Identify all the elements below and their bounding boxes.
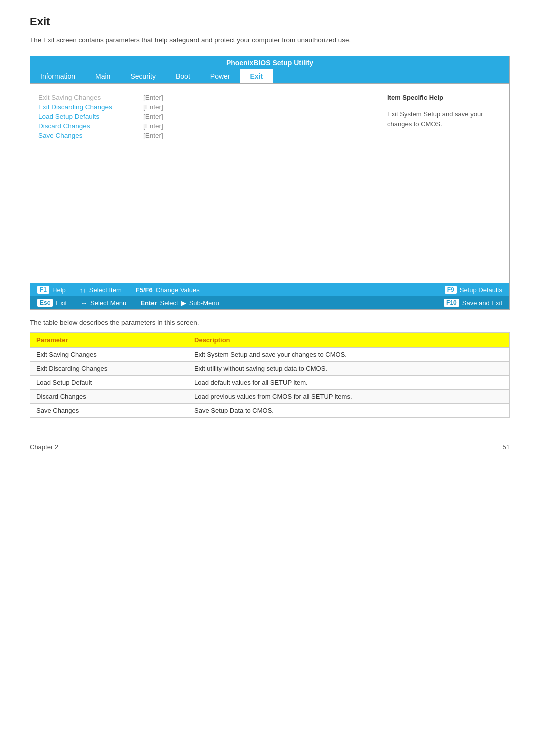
table-row: Save ChangesSave Setup Data to CMOS. xyxy=(30,404,510,418)
table-row: Exit Discarding ChangesExit utility with… xyxy=(30,362,510,376)
menu-label-load-defaults: Load Setup Defaults xyxy=(38,113,138,120)
nav-exit[interactable]: Exit xyxy=(240,70,273,84)
intro-text: The Exit screen contains parameters that… xyxy=(30,36,510,44)
label-setup-defaults: Setup Defaults xyxy=(460,286,502,294)
col-header-description: Description xyxy=(188,333,510,348)
bios-body: Exit Saving Changes [Enter] Exit Discard… xyxy=(30,84,510,284)
footer-page: 51 xyxy=(503,444,510,451)
bios-title-bar: PhoenixBIOS Setup Utility xyxy=(30,56,510,70)
menu-load-defaults[interactable]: Load Setup Defaults [Enter] xyxy=(38,113,371,120)
nav-boot[interactable]: Boot xyxy=(166,70,200,84)
menu-value-discard-changes: [Enter] xyxy=(144,122,164,130)
param-description: Exit utility without saving setup data t… xyxy=(188,362,510,376)
table-row: Discard ChangesLoad previous values from… xyxy=(30,390,510,404)
menu-value-exit-discarding: [Enter] xyxy=(144,104,164,111)
menu-value-load-defaults: [Enter] xyxy=(144,113,164,120)
menu-label-discard-changes: Discard Changes xyxy=(38,122,138,130)
help-text: Exit System Setup and save your changes … xyxy=(388,110,502,129)
menu-label-exit-saving: Exit Saving Changes xyxy=(38,94,138,102)
status-enter-select: Enter Select ▶ Sub-Menu xyxy=(134,296,226,310)
menu-label-save-changes: Save Changes xyxy=(38,132,138,140)
statusbar-row1: F1 Help ↑↓ Select Item F5/F6 Change Valu… xyxy=(30,284,510,296)
param-name: Load Setup Default xyxy=(30,376,188,390)
bios-setup-box: PhoenixBIOS Setup Utility Information Ma… xyxy=(30,56,510,310)
param-name: Save Changes xyxy=(30,404,188,418)
status-setup-defaults: F9 Setup Defaults xyxy=(438,284,510,296)
key-updown: ↑↓ xyxy=(80,286,86,294)
nav-power[interactable]: Power xyxy=(200,70,240,84)
statusbar-row2: Esc Exit ↔ Select Menu Enter Select ▶ Su… xyxy=(30,296,510,310)
param-name: Exit Discarding Changes xyxy=(30,362,188,376)
label-save-exit: Save and Exit xyxy=(462,300,502,307)
status-esc-exit: Esc Exit xyxy=(30,296,74,310)
label-sub-menu: Sub-Menu xyxy=(190,300,220,307)
bios-nav: Information Main Security Boot Power Exi… xyxy=(30,70,510,84)
bios-help-panel: Item Specific Help Exit System Setup and… xyxy=(380,84,510,284)
nav-information[interactable]: Information xyxy=(30,70,86,84)
menu-value-save-changes: [Enter] xyxy=(144,132,164,140)
page-title: Exit xyxy=(30,16,510,28)
label-help: Help xyxy=(52,286,66,294)
nav-security[interactable]: Security xyxy=(120,70,166,84)
key-lr: ↔ xyxy=(81,300,88,307)
key-esc: Esc xyxy=(38,299,53,307)
label-select: Select xyxy=(160,300,178,307)
footer-chapter: Chapter 2 xyxy=(30,444,58,451)
menu-label-exit-discarding: Exit Discarding Changes xyxy=(38,104,138,111)
table-intro: The table below describes the parameters… xyxy=(30,319,510,326)
param-description: Save Setup Data to CMOS. xyxy=(188,404,510,418)
status-select-menu: ↔ Select Menu xyxy=(74,296,134,310)
label-exit: Exit xyxy=(56,300,67,307)
help-title: Item Specific Help xyxy=(388,94,502,102)
status-change-values: F5/F6 Change Values xyxy=(129,284,207,296)
bios-menu-panel: Exit Saving Changes [Enter] Exit Discard… xyxy=(30,84,380,284)
key-f1: F1 xyxy=(38,286,50,294)
params-table: Parameter Description Exit Saving Change… xyxy=(30,332,510,418)
label-select-item: Select Item xyxy=(90,286,122,294)
param-description: Load previous values from CMOS for all S… xyxy=(188,390,510,404)
table-row: Load Setup DefaultLoad default values fo… xyxy=(30,376,510,390)
key-f10: F10 xyxy=(444,299,460,307)
nav-main[interactable]: Main xyxy=(86,70,120,84)
key-enter: Enter xyxy=(140,300,157,307)
status-f1-help: F1 Help xyxy=(30,284,73,296)
menu-discard-changes[interactable]: Discard Changes [Enter] xyxy=(38,122,371,130)
menu-save-changes[interactable]: Save Changes [Enter] xyxy=(38,132,371,140)
param-name: Discard Changes xyxy=(30,390,188,404)
col-header-parameter: Parameter xyxy=(30,333,188,348)
label-select-menu: Select Menu xyxy=(90,300,126,307)
footer: Chapter 2 51 xyxy=(0,438,540,456)
status-save-exit: F10 Save and Exit xyxy=(437,296,510,310)
label-change-values: Change Values xyxy=(156,286,200,294)
table-row: Exit Saving ChangesExit System Setup and… xyxy=(30,348,510,362)
param-description: Exit System Setup and save your changes … xyxy=(188,348,510,362)
status-select-item: ↑↓ Select Item xyxy=(73,284,129,296)
menu-exit-discarding[interactable]: Exit Discarding Changes [Enter] xyxy=(38,104,371,111)
key-f5f6: F5/F6 xyxy=(136,286,153,294)
menu-value-exit-saving: [Enter] xyxy=(144,94,164,102)
param-description: Load default values for all SETUP item. xyxy=(188,376,510,390)
param-name: Exit Saving Changes xyxy=(30,348,188,362)
menu-exit-saving[interactable]: Exit Saving Changes [Enter] xyxy=(38,94,371,102)
key-f9: F9 xyxy=(445,286,457,294)
arrow-right-icon: ▶ xyxy=(182,300,186,307)
